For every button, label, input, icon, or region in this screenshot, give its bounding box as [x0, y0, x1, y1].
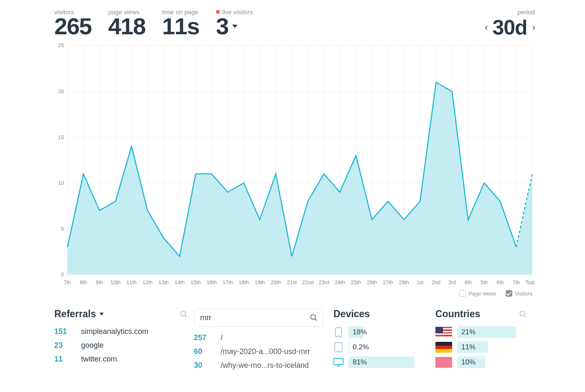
chevron-down-icon[interactable]: [99, 313, 104, 316]
period-selector[interactable]: period ‹ 30d ›: [485, 8, 535, 40]
search-icon[interactable]: [310, 313, 318, 322]
devices-title: Devices: [333, 308, 370, 320]
svg-text:22nd: 22nd: [302, 280, 314, 285]
country-row[interactable]: 21%: [435, 325, 527, 340]
desktop-icon: [333, 357, 343, 368]
stat-pageviews[interactable]: page views 418: [108, 8, 145, 38]
svg-text:1st: 1st: [417, 280, 424, 285]
svg-text:25: 25: [58, 43, 64, 48]
referrals-panel: Referrals 151simpleanalytics.com23google…: [54, 308, 188, 366]
svg-text:2nd: 2nd: [432, 280, 440, 285]
svg-line-73: [185, 315, 187, 317]
country-bar: 11%: [457, 341, 527, 353]
referral-row[interactable]: 23google: [54, 339, 188, 352]
svg-text:6th: 6th: [496, 280, 504, 285]
flag-icon: [435, 357, 452, 368]
svg-text:9th: 9th: [96, 280, 103, 285]
device-pct: 81%: [348, 358, 367, 367]
device-bar: 0.2%: [348, 341, 430, 353]
device-pct: 0.2%: [348, 343, 369, 351]
tablet-icon: [333, 342, 343, 353]
svg-text:18th: 18th: [239, 280, 249, 285]
referral-count: 23: [54, 341, 73, 350]
search-icon[interactable]: [180, 310, 188, 318]
svg-text:24th: 24th: [335, 280, 345, 285]
country-pct: 11%: [457, 343, 476, 351]
svg-text:7th: 7th: [513, 280, 520, 285]
stat-live-value[interactable]: 3: [216, 15, 253, 38]
svg-text:23rd: 23rd: [319, 280, 329, 285]
pages-search-field[interactable]: [199, 313, 310, 323]
stat-live-visitors[interactable]: live visitors 3: [216, 8, 253, 38]
countries-panel: Countries 21%11%10%: [435, 308, 527, 370]
svg-text:11th: 11th: [127, 280, 137, 285]
svg-text:12th: 12th: [142, 280, 153, 285]
stats-row: visitors 265 page views 418 time on page…: [54, 8, 535, 40]
svg-text:Today: Today: [525, 280, 535, 285]
device-row[interactable]: 0.2%: [333, 340, 430, 355]
country-row[interactable]: 10%: [435, 355, 527, 370]
visitors-chart[interactable]: 05101520257th8th9th10th11th12th13th14th1…: [54, 43, 535, 288]
page-row[interactable]: 257/: [194, 331, 328, 345]
svg-point-83: [520, 311, 525, 316]
stat-visitors-value: 265: [54, 15, 92, 38]
svg-point-79: [338, 351, 339, 351]
svg-text:10: 10: [58, 180, 64, 186]
page-row[interactable]: 60/may-2020-a...000-usd-mrr: [194, 345, 328, 359]
device-pct: 18%: [348, 328, 367, 336]
svg-text:25th: 25th: [351, 280, 361, 285]
svg-text:5th: 5th: [481, 280, 488, 285]
pages-search-input[interactable]: [194, 308, 323, 327]
device-row[interactable]: 81%: [333, 355, 430, 370]
svg-line-84: [524, 315, 526, 317]
checkbox-icon[interactable]: [459, 290, 466, 297]
period-prev-button[interactable]: ‹: [485, 22, 487, 33]
svg-text:16th: 16th: [206, 280, 216, 285]
svg-text:3rd: 3rd: [448, 280, 456, 285]
devices-panel: Devices 18%0.2%81%: [333, 308, 430, 370]
period-next-button[interactable]: ›: [532, 22, 535, 33]
page-path: /why-we-mo...rs-to-iceland: [221, 361, 309, 370]
page-path: /: [221, 333, 223, 342]
page-row[interactable]: 30/why-we-mo...rs-to-iceland: [194, 359, 328, 372]
legend-visitors-toggle[interactable]: Visitors: [506, 290, 532, 297]
period-value[interactable]: 30d: [493, 15, 527, 40]
svg-text:7th: 7th: [64, 280, 71, 285]
referral-count: 11: [54, 355, 73, 364]
chevron-down-icon[interactable]: [232, 25, 237, 28]
country-bar: 21%: [457, 326, 527, 338]
referral-name: twitter.com: [81, 355, 117, 364]
svg-text:4th: 4th: [465, 280, 472, 285]
stat-visitors[interactable]: visitors 265: [54, 8, 92, 38]
flag-icon: [435, 342, 452, 353]
referrals-title[interactable]: Referrals: [54, 308, 96, 320]
referral-row[interactable]: 151simpleanalytics.com: [54, 325, 188, 339]
chart-legend: Page views Visitors: [54, 290, 535, 297]
stat-time-on-page[interactable]: time on page 11s: [162, 8, 199, 38]
svg-text:5: 5: [61, 226, 64, 232]
svg-text:27th: 27th: [383, 280, 393, 285]
country-pct: 10%: [457, 358, 476, 367]
pages-panel: 257/60/may-2020-a...000-usd-mrr30/why-we…: [194, 308, 328, 372]
country-pct: 21%: [457, 328, 476, 336]
checkbox-icon[interactable]: [506, 290, 512, 297]
svg-text:17th: 17th: [223, 280, 233, 285]
svg-text:8th: 8th: [80, 280, 87, 285]
referral-count: 151: [54, 327, 73, 336]
page-count: 257: [194, 333, 212, 342]
svg-text:26th: 26th: [367, 280, 377, 285]
svg-line-75: [315, 319, 317, 321]
stat-pageviews-value: 418: [108, 15, 145, 38]
device-bar: 81%: [348, 356, 430, 368]
svg-text:14th: 14th: [175, 280, 185, 285]
country-row[interactable]: 11%: [435, 340, 527, 355]
referral-name: google: [81, 341, 104, 350]
device-row[interactable]: 18%: [333, 325, 430, 340]
referral-name: simpleanalytics.com: [81, 327, 148, 336]
period-label: period: [517, 8, 535, 15]
search-icon[interactable]: [519, 310, 527, 318]
bottom-panels: Referrals 151simpleanalytics.com23google…: [54, 308, 535, 372]
referral-row[interactable]: 11twitter.com: [54, 352, 188, 366]
legend-pageviews-toggle[interactable]: Page views: [459, 290, 496, 297]
svg-rect-80: [334, 359, 343, 365]
